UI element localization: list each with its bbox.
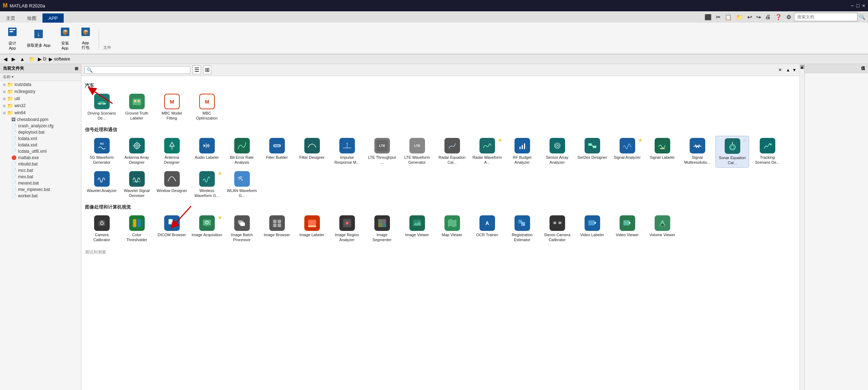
file-mbuild[interactable]: 📄 mbuild.bat	[0, 161, 81, 167]
grid-view-btn[interactable]: ⊞	[203, 65, 211, 74]
app-filter-designer[interactable]: Filter Designer	[295, 136, 329, 168]
get-more-app-button[interactable]: ↓ 获取更多 App	[24, 27, 53, 50]
toolbar-icon-6[interactable]: ↪	[755, 13, 762, 21]
file-lcdata[interactable]: 📄 lcdata.xml	[0, 135, 81, 142]
app-radar-equation[interactable]: Radar Equation Cal...	[435, 136, 469, 168]
app-browser-close-btn[interactable]: ×	[776, 66, 784, 74]
star-wireless[interactable]: ★	[218, 170, 222, 176]
star-sonar[interactable]: ☆	[743, 138, 747, 143]
list-view-btn[interactable]: ☰	[192, 65, 201, 74]
toolbar-icon-1[interactable]: ⬛	[703, 13, 713, 21]
app-wavelet-denoiser[interactable]: Wavelet Signal Denoiser	[120, 169, 154, 200]
app-tracking-scenario[interactable]: Tracking Scenario De...	[751, 136, 784, 168]
minimize-btn[interactable]: −	[851, 3, 853, 8]
app-image-acquisition[interactable]: ★ Image Acquisition	[190, 213, 224, 245]
toolbar-icon-7[interactable]: 🖨	[764, 13, 772, 21]
folder-win32[interactable]: ⊞ 📁 win32	[0, 102, 81, 109]
app-sensor-array[interactable]: Sensor Array Analyzer	[540, 136, 574, 168]
star-signal-analyzer[interactable]: ★	[638, 137, 643, 143]
file-mcc[interactable]: 📄 mcc.bat	[0, 167, 81, 174]
search-docs-input[interactable]	[794, 13, 858, 21]
app-signal-multires[interactable]: Signal Multiresolutio...	[680, 136, 714, 168]
app-image-batch[interactable]: Image Batch Processor	[225, 213, 259, 245]
file-lcdata-utf8[interactable]: 📄 lcdata_utf8.xml	[0, 148, 81, 155]
file-worker[interactable]: 📄 worker.bat	[0, 193, 81, 199]
app-map-viewer[interactable]: Map Viewer	[435, 213, 469, 245]
app-dicom-browser[interactable]: DICOM Browser	[155, 213, 189, 245]
install-app-button[interactable]: 📦 安装App	[56, 25, 74, 52]
nav-forward-btn[interactable]: ▶	[10, 56, 17, 63]
app-signal-analyzer[interactable]: ★ Signal Analyzer	[610, 136, 644, 168]
app-image-region[interactable]: Image Region Analyzer	[330, 213, 364, 245]
scrollbar[interactable]: ▲ ▼	[799, 64, 804, 390]
app-volume-viewer[interactable]: Volume Viewer	[645, 213, 679, 245]
folder-util[interactable]: ⊞ 📁 util	[0, 95, 81, 102]
file-matlab-exe[interactable]: 🔴 matlab.exe	[0, 155, 81, 161]
file-deploytool[interactable]: 📄 deploytool.bat	[0, 129, 81, 135]
toolbar-icon-2[interactable]: ✂	[714, 13, 722, 21]
maximize-btn[interactable]: □	[856, 3, 859, 8]
file-mw-mpiexec[interactable]: 📄 mw_mpiexec.bat	[0, 186, 81, 193]
app-signal-labeler[interactable]: Signal Labeler	[645, 136, 679, 168]
tab-home[interactable]: 主页	[0, 13, 21, 23]
app-wavelet-analyzer[interactable]: Wavelet Analyzer	[85, 169, 119, 200]
app-search-input[interactable]	[93, 68, 188, 72]
app-mbc-optimization[interactable]: M MBC Optimization	[190, 92, 224, 123]
app-driving-scenario[interactable]: Driving Scenario De...	[85, 92, 119, 123]
app-ground-truth[interactable]: Ground Truth Labeler	[120, 92, 154, 123]
tab-app[interactable]: APP	[42, 13, 64, 23]
file-chessboard[interactable]: 🖼 chessboard.ppm	[0, 116, 81, 123]
window-controls[interactable]: − □ ×	[851, 3, 865, 8]
nav-browse-btn[interactable]: 📁	[28, 56, 36, 63]
app-ocr-trainer[interactable]: A OCR Trainer	[470, 213, 504, 245]
sidebar-options-btn[interactable]: ⊞	[75, 66, 78, 71]
app-camera-calibrator[interactable]: Camera Calibrator	[85, 213, 119, 245]
app-window-designer[interactable]: Window Designer	[155, 169, 189, 200]
app-rf-budget[interactable]: RF Budget Analyzer	[505, 136, 539, 168]
app-filter-builder[interactable]: Filter Builder	[260, 136, 294, 168]
folder-iculzdata[interactable]: ⊞ 📁 iculzdata	[0, 81, 81, 88]
app-lte-waveform[interactable]: LTE LTE Waveform Generator	[400, 136, 434, 168]
app-bit-error-rate[interactable]: Bit Error Rate Analysis	[225, 136, 259, 168]
file-crash-analyzer[interactable]: 📄 crash_analyzer.cfg	[0, 123, 81, 129]
app-video-labeler[interactable]: Video Labeler	[575, 213, 609, 245]
nav-back-btn[interactable]: ◀	[2, 56, 9, 63]
tab-plot[interactable]: 绘图	[21, 13, 42, 23]
toolbar-icon-5[interactable]: ↩	[746, 13, 753, 21]
star-radar-waveform[interactable]: ★	[498, 137, 502, 143]
folder-win64[interactable]: ⊞ 📁 win64	[0, 109, 81, 116]
design-app-button[interactable]: 设计App	[4, 25, 21, 52]
scroll-up-arrow[interactable]: ▲	[800, 65, 804, 69]
file-mex[interactable]: 📄 mex.bat	[0, 174, 81, 180]
app-serdes[interactable]: SerDes Designer	[575, 136, 609, 168]
app-antenna-array[interactable]: Antenna Array Designer	[120, 136, 154, 168]
app-video-viewer[interactable]: Video Viewer	[610, 213, 644, 245]
app-stereo-camera[interactable]: Stereo Camera Calibrator	[540, 213, 574, 245]
toolbar-icon-4[interactable]: 📁	[735, 13, 745, 21]
app-color-thresholder[interactable]: Color Thresholder	[120, 213, 154, 245]
app-5g-waveform[interactable]: 5G 5G Waveform Generator	[85, 136, 119, 168]
app-wireless-waveform[interactable]: ★ Wireless Waveform G...	[190, 169, 224, 200]
app-mbc-model[interactable]: M MBC Model Fitting	[155, 92, 189, 123]
toolbar-icon-9[interactable]: ⚙	[785, 13, 793, 21]
package-app-button[interactable]: 📦 App打包	[77, 25, 94, 52]
scroll-down-btn[interactable]: ▼	[792, 68, 797, 72]
app-image-segmenter[interactable]: Image Segmenter	[365, 213, 399, 245]
scroll-up-btn[interactable]: ▲	[786, 68, 790, 72]
app-lte-throughput[interactable]: LTE LTE Throughput ...	[365, 136, 399, 168]
file-mexext[interactable]: 📄 mexext.bat	[0, 180, 81, 186]
star-image-acq[interactable]: ★	[218, 215, 222, 220]
toolbar-icon-8[interactable]: ❓	[774, 13, 783, 21]
file-lcdata-xsd[interactable]: 📄 lcdata.xsd	[0, 142, 81, 148]
folder-m3iregistry[interactable]: ⊞ 📁 m3iregistry	[0, 88, 81, 95]
nav-up-btn[interactable]: ▲	[18, 56, 26, 63]
search-icon[interactable]: 🔍	[859, 14, 865, 20]
toolbar-icon-3[interactable]: 📋	[723, 13, 733, 21]
app-impulse-response[interactable]: Impulse Response M...	[330, 136, 364, 168]
app-image-viewer[interactable]: Image Viewer	[400, 213, 434, 245]
app-sonar-equation[interactable]: ☆ Sonar Equation Cal...	[715, 136, 749, 168]
close-btn[interactable]: ×	[862, 3, 865, 8]
app-image-labeler[interactable]: Image Labeler	[295, 213, 329, 245]
app-antenna-designer[interactable]: Antenna Designer	[155, 136, 189, 168]
app-registration[interactable]: Registration Estimator	[505, 213, 539, 245]
